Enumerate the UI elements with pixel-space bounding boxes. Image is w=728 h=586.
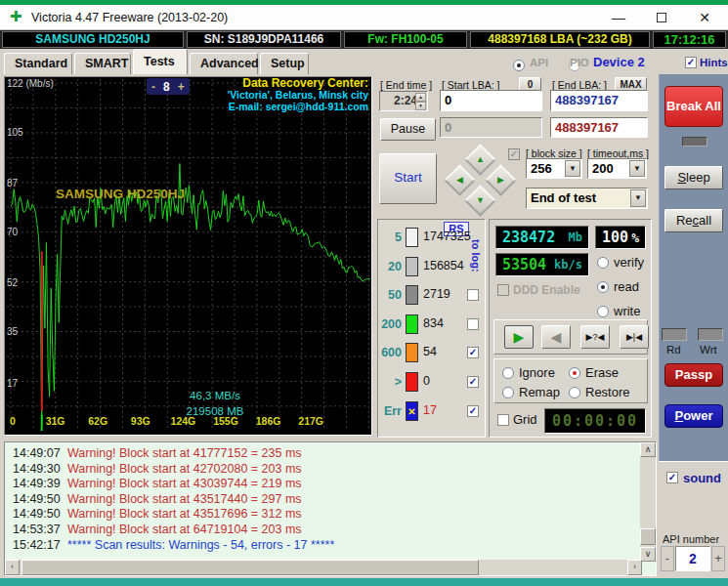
device-selector[interactable]: Device 2 [593,55,645,69]
break-all-button[interactable]: Break All [664,86,723,127]
block-size-select[interactable]: 256 ▼ [526,158,582,179]
desktop-strip-bottom [0,578,728,586]
svg-text:46,3 MB/s: 46,3 MB/s [190,390,240,401]
hscroll-thumb[interactable] [21,560,479,575]
chevron-down-icon[interactable]: ▼ [630,189,646,207]
log-hscrollbar[interactable]: ‹ › [5,560,642,575]
scroll-right-icon[interactable]: › [627,560,642,575]
radio-erase[interactable] [569,367,580,379]
radio-verify[interactable] [597,257,609,269]
radio-remap[interactable] [502,387,514,398]
log-time: 14:53:37 [5,523,58,536]
seek-test-button[interactable]: ▶?◀ [580,325,610,349]
block-size-value: 256 [531,161,552,176]
mode-option-read[interactable]: read [597,279,639,294]
scroll-left-icon[interactable]: ‹ [5,560,20,575]
radio-write[interactable] [597,306,609,317]
rd-label: Rd [666,344,681,356]
api-number-increment[interactable]: + [711,546,725,571]
defect-action-ignore[interactable]: Ignore [502,365,555,380]
sound-checkbox[interactable] [666,472,678,483]
tab-tests[interactable]: Tests [133,49,188,74]
end-time-spin-arrows[interactable]: ▲▼ [415,93,426,109]
error-swatch-icon: ✕ [406,401,418,421]
zoom-out-button[interactable]: - [151,80,155,94]
to-log-checkbox[interactable] [467,318,479,330]
svg-text:217G: 217G [298,415,323,427]
tab-standard[interactable]: Standard [4,53,72,74]
log-time: 15:42:17 [5,538,58,552]
banner-line2: 'Victoria', Belarus, Minsk city [198,89,368,101]
recall-button[interactable]: Recall [664,209,723,232]
defect-action-erase[interactable]: Erase [569,365,619,380]
play-button[interactable]: ▶ [504,325,534,349]
svg-text:93G: 93G [131,415,150,427]
recall-rest: all [699,213,711,228]
timeout-select[interactable]: 200 ▼ [587,158,647,179]
log-vscrollbar[interactable]: ∧ ∨ [640,442,656,562]
end-action-select[interactable]: End of test ▼ [526,188,648,209]
drive-info-bar: SAMSUNG HD250HJ SN: S189J9DPA11466 Fw: F… [0,30,728,49]
spin-down-icon[interactable]: ▼ [415,102,426,110]
scroll-down-icon[interactable]: ∨ [640,547,656,562]
elapsed-timer: 00:00:00 [544,408,646,434]
seek-right-button[interactable]: ▶ [485,164,517,196]
minimize-button[interactable]: — [604,8,633,27]
radio-read[interactable] [597,281,609,293]
start-button[interactable]: Start [379,153,437,204]
tab-advanced[interactable]: Advanced [190,53,258,74]
to-log-checkbox[interactable] [467,405,479,417]
counter-label: 50 [378,288,402,302]
api-number-decrement[interactable]: - [661,546,674,571]
seek-down-button[interactable]: ▼ [464,185,496,217]
mode-option-verify[interactable]: verify [597,255,644,270]
read-led [662,328,687,341]
log-message: Warning! Block start at 43039744 = 219 m… [58,477,302,490]
back-button[interactable]: ◀ [541,325,571,349]
sleep-button[interactable]: Sleep [664,166,723,189]
api-radio[interactable] [513,60,525,71]
log-message: Warning! Block start at 42702080 = 203 m… [58,462,302,476]
to-log-checkbox[interactable] [467,347,479,358]
radio-label: verify [614,255,644,270]
spin-up-icon[interactable]: ▲ [415,93,426,102]
passp-button[interactable]: Passp [664,363,723,387]
remaining-lba-readout: 488397167 [550,117,648,138]
seek-up-button[interactable]: ▲ [464,144,496,176]
arrow-right-icon: ▶ [497,176,504,185]
defect-action-panel: IgnoreEraseRemapRestore [493,358,648,403]
pause-button[interactable]: Pause [380,118,436,141]
progress-unit: % [631,230,639,245]
grid-checkbox[interactable] [497,414,509,426]
position-unit: Mb [569,230,582,244]
seek-left-button[interactable]: ◀ [444,164,476,196]
butterfly-button[interactable]: ▶|◀ [620,325,649,349]
to-log-checkbox[interactable] [467,289,479,301]
activity-led [682,137,707,146]
to-log-checkbox[interactable] [467,376,479,388]
maximize-button[interactable] [647,8,676,27]
scroll-up-icon[interactable]: ∧ [640,442,656,457]
counter-row-5: 51747325 [378,226,487,253]
defect-action-restore[interactable]: Restore [569,385,630,399]
ddd-enable-checkbox[interactable] [497,284,509,296]
end-lba-input[interactable]: 488397167 [550,90,648,111]
defect-action-remap[interactable]: Remap [502,385,560,399]
radio-restore[interactable] [569,387,580,398]
vscroll-thumb[interactable] [640,528,656,545]
power-button[interactable]: Power [664,404,723,428]
close-button[interactable]: ✕ [690,8,719,27]
chevron-down-icon[interactable]: ▼ [565,160,580,177]
position-lcd: 238472 Mb [495,226,589,249]
tab-smart[interactable]: SMART [74,53,131,74]
tab-setup[interactable]: Setup [260,53,309,74]
radio-ignore[interactable] [502,367,514,379]
chevron-down-icon[interactable]: ▼ [629,160,645,177]
end-time-spinner[interactable]: 2:24 ▲▼ [379,91,428,111]
mode-option-write[interactable]: write [597,304,640,318]
seek-option-checkbox[interactable] [508,148,520,160]
start-lba-input[interactable]: 0 [440,90,542,111]
zoom-in-button[interactable]: + [178,80,185,94]
hints-checkbox[interactable] [685,57,697,68]
api-number-label: API number [663,533,719,545]
